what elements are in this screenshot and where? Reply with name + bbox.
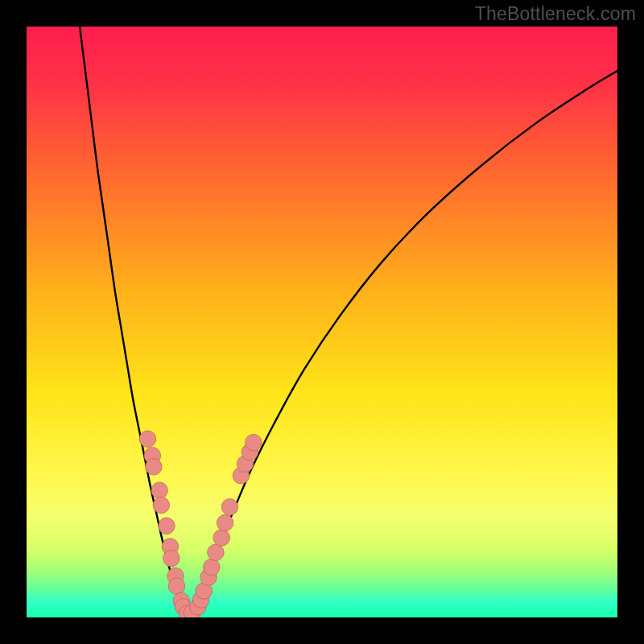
marker-point [146, 459, 163, 476]
curves-layer [27, 27, 617, 617]
marker-point [139, 431, 156, 448]
watermark-text: TheBottleneck.com [475, 3, 636, 25]
marker-point [208, 544, 225, 561]
marker-point [151, 482, 168, 499]
marker-point [203, 559, 220, 576]
frame-left [0, 0, 27, 644]
marker-point [221, 498, 238, 515]
curve-right [192, 71, 617, 614]
frame-right [617, 0, 644, 644]
marker-point [163, 550, 180, 567]
marker-point [217, 514, 233, 531]
marker-point [213, 530, 230, 547]
chart-stage: TheBottleneck.com [0, 0, 644, 644]
marker-point [168, 578, 185, 595]
frame-bottom [0, 617, 644, 644]
marker-point [159, 518, 175, 535]
marker-point [153, 497, 170, 514]
marker-point [246, 434, 262, 451]
marker-group [139, 431, 262, 617]
plot-area [27, 27, 617, 617]
